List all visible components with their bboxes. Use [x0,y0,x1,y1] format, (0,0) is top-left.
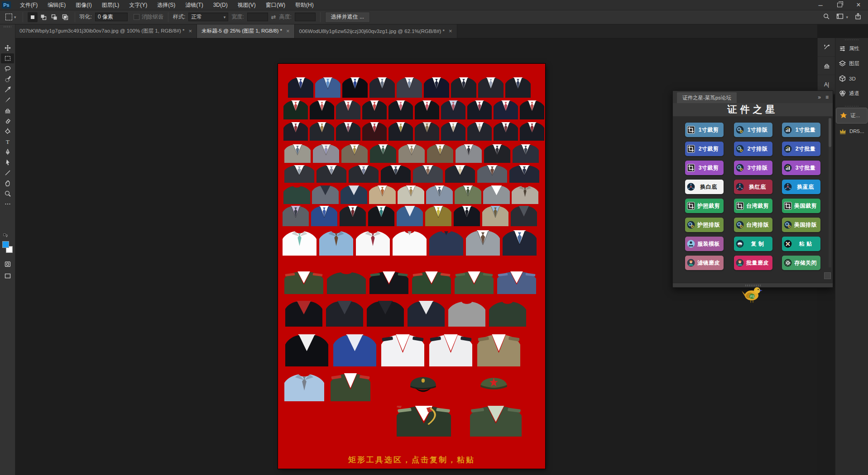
width-input[interactable] [247,13,268,21]
plugin-button-2寸排版[interactable]: 2寸排版 [734,142,772,156]
panel-button-图层[interactable]: 图层 [835,56,868,71]
menu-item[interactable]: 选择(S) [152,0,180,10]
plugin-button-2寸批量[interactable]: 2寸批量 [782,142,820,156]
toolbar-grip[interactable] [4,26,11,28]
screen-mode-icon[interactable] [1,271,14,281]
clothing-template [511,206,537,226]
workspace-icon[interactable] [836,13,844,22]
clone-stamp-tool[interactable] [1,105,14,115]
document-tab[interactable]: 未标题-5 @ 25% (图层 1, RGB/8) *× [197,24,294,38]
document-tab[interactable]: 006WodU8ly1g6zw52ijczj30j60qv3zg1.jpg @ … [295,24,457,38]
plugin-button-1寸裁剪[interactable]: 1寸裁剪 [685,123,724,137]
clone-source-panel-icon[interactable] [818,57,836,75]
menu-item[interactable]: 窗口(W) [261,0,290,10]
eyedropper-tool[interactable] [1,85,14,95]
pen-tool[interactable] [1,147,14,157]
tab-close-icon[interactable]: × [189,29,192,33]
quick-select-tool[interactable] [1,74,14,84]
plugin-button-存储关闭[interactable]: 存储关闭 [782,256,820,270]
more-tool[interactable] [1,199,14,209]
tool-preset-picker[interactable]: ▾ [4,13,18,21]
plugin-button-换红底[interactable]: 换红底 [734,180,772,194]
plugin-button-3寸排版[interactable]: 3寸排版 [734,161,772,175]
zoom-tool[interactable] [1,189,14,199]
plugin-resize-corner[interactable] [824,272,831,279]
adjustments-panel-icon[interactable] [818,38,836,57]
add-selection-button[interactable] [38,12,48,22]
feather-input[interactable] [95,13,128,21]
quick-mask-icon[interactable] [1,259,14,269]
plugin-button-复制[interactable]: 复 制 [734,237,772,251]
plugin-button-证...[interactable]: 证... [836,108,867,123]
hand-tool[interactable] [1,178,14,188]
plugin-button-2寸裁剪[interactable]: 2寸裁剪 [685,142,724,156]
plugin-button-换白底[interactable]: 换白底 [685,180,724,194]
plugin-button-滤镜磨皮[interactable]: 滤镜磨皮 [685,256,724,270]
plugin-button-护照排版[interactable]: 护照排版 [685,218,724,232]
paint-bucket-tool[interactable] [1,126,14,136]
search-icon[interactable] [823,13,830,22]
plugin-button-批量磨皮[interactable]: 批量磨皮 [734,256,772,270]
menu-item[interactable]: 3D(D) [208,0,233,10]
plugin-scrollbar-thumb[interactable] [829,118,831,147]
plugin-button-美国裁剪[interactable]: 美国裁剪 [782,199,820,213]
panel-button-通道[interactable]: 通道 [835,86,868,101]
foreground-color-swatch[interactable] [2,241,9,248]
select-and-mask-button[interactable]: 选择并遮住 ... [325,12,370,23]
new-selection-button[interactable] [28,12,38,22]
move-tool[interactable] [1,43,14,53]
plugin-button-DR5...[interactable]: DR5... [835,124,868,138]
panel-button-属性[interactable]: 属性 [835,41,868,56]
tab-close-icon[interactable]: × [449,29,452,33]
plugin-button-粘贴[interactable]: 粘 贴 [782,237,820,251]
lasso-tool[interactable] [1,64,14,74]
plugin-bottom-grip[interactable] [745,285,761,286]
plugin-button-护照裁剪[interactable]: 护照裁剪 [685,199,724,213]
share-icon[interactable] [854,13,862,22]
subtract-selection-button[interactable] [49,12,59,22]
path-select-tool[interactable] [1,157,14,167]
plugin-panel-tab[interactable]: 证件之星-菜茑ps论坛 [677,92,737,103]
plugin-button-台湾裁剪[interactable]: 台湾裁剪 [734,199,772,213]
minimize-button[interactable]: ─ [811,0,830,10]
swap-colors-icon[interactable] [3,233,9,241]
plugin-button-3寸裁剪[interactable]: 3寸裁剪 [685,161,724,175]
dock-grip[interactable] [835,104,868,108]
menu-item[interactable]: 文件(F) [15,0,43,10]
plugin-button-3寸批量[interactable]: 3寸批量 [782,161,820,175]
plugin-button-1寸批量[interactable]: 1寸批量 [782,123,820,137]
plugin-button-1寸排版[interactable]: 1寸排版 [734,123,772,137]
document-tab[interactable]: 007bKWbply1g7gum3c491j30ib0ov7ao.jpg @ 1… [15,24,197,38]
swap-dimensions-icon[interactable]: ⇄ [271,14,276,20]
close-button[interactable]: × [849,0,868,10]
eraser-tool[interactable] [1,116,14,126]
marquee-tool[interactable] [1,53,14,63]
plugin-button-台湾排版[interactable]: 台湾排版 [734,218,772,232]
menu-item[interactable]: 文字(Y) [124,0,152,10]
menu-item[interactable]: 图层(L) [97,0,125,10]
tab-close-icon[interactable]: × [286,29,290,33]
style-select[interactable]: 正常▾ [188,13,228,21]
document-canvas[interactable]: 矩形工具选区，点击复制，粘贴 [278,64,545,469]
expand-icon[interactable]: » [818,94,821,100]
height-input[interactable] [295,13,316,21]
plugin-button-美国排版[interactable]: 美国排版 [782,218,820,232]
panel-button-3D[interactable]: 3D [835,71,868,86]
clothing-template [388,122,413,141]
restore-button[interactable] [830,0,849,10]
antialias-checkbox[interactable] [134,14,139,20]
intersect-selection-button[interactable] [60,12,70,22]
dock-grip[interactable] [835,38,868,41]
menu-item[interactable]: 图像(I) [71,0,96,10]
brush-tool[interactable] [1,95,14,105]
type-tool[interactable]: T [1,137,14,147]
plugin-button-服装模板[interactable]: 服装模板 [685,237,724,251]
menu-item[interactable]: 滤镜(T) [180,0,208,10]
menu-item[interactable]: 视图(V) [233,0,261,10]
clothing-template [470,406,522,437]
panel-menu-icon[interactable]: ≡ [825,94,829,100]
menu-item[interactable]: 编辑(E) [43,0,71,10]
line-tool[interactable] [1,168,14,178]
plugin-button-换蓝底[interactable]: 换蓝底 [782,180,820,194]
menu-item[interactable]: 帮助(H) [290,0,319,10]
